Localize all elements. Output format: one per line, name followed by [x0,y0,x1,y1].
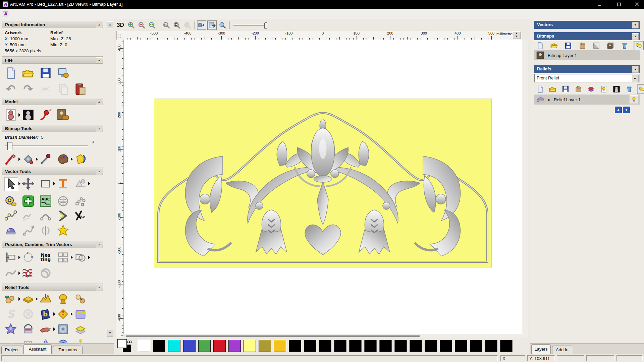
merge-relief-button[interactable] [573,84,583,94]
vectors-collapse-button[interactable]: ▼ [632,22,639,28]
relief-layer-stack-tool[interactable] [72,322,90,337]
relief-from-image-tool[interactable]: b [38,307,55,321]
relief-select-dropdown[interactable]: Front Relief [534,74,640,82]
horizontal-scrollbar[interactable] [123,334,522,338]
zoom-slider[interactable] [232,21,269,29]
zoom-out-button[interactable] [137,20,146,30]
redo-tool[interactable]: ↷ [20,82,38,97]
select-vectors-button[interactable] [4,177,18,191]
save-model-tool[interactable] [38,66,55,80]
colour-swatch-15[interactable] [364,340,377,352]
wrap-relief-button[interactable] [74,307,87,321]
dome-relief-tool[interactable] [55,337,72,343]
arch-relief-tool[interactable] [20,322,38,337]
collapse-button[interactable]: ▲ [96,285,102,291]
minimize-button[interactable] [594,1,605,8]
brush-slider-track[interactable] [5,145,88,146]
basket-weave-button[interactable] [21,338,35,343]
colour-swatch-2[interactable] [168,340,180,352]
reliefs-header[interactable]: Reliefs ▲ [534,65,640,73]
collapse-button[interactable]: ▲ [96,99,102,105]
colour-swatch-11[interactable] [304,340,316,352]
interlock-vectors-button[interactable] [39,266,52,280]
move-layer-up-button[interactable]: ▲ [615,107,622,113]
fit-vectors-tool[interactable] [20,266,38,281]
new-bitmap-button[interactable] [535,41,545,50]
colour-swatch-3[interactable] [183,340,196,352]
flyout-arrow-icon[interactable] [88,256,90,259]
lighting-button[interactable] [39,108,52,122]
cut-button[interactable]: ✂ [39,82,52,96]
red-tool-button[interactable] [4,338,17,343]
add-plane-tool[interactable] [20,292,38,306]
zoom-object-button[interactable] [182,20,192,30]
turn-relief-button[interactable] [39,322,52,336]
bitmaps-header[interactable]: Bitmaps ▲ [534,32,640,40]
section-header-model[interactable]: Model▲ [2,98,103,105]
weld-vectors-tool[interactable] [72,250,90,265]
colour-swatch-4[interactable] [198,340,211,352]
star-relief-button[interactable] [4,322,17,336]
open-model-button[interactable] [21,66,35,80]
toggle-preview-button[interactable] [207,20,217,30]
redo-button[interactable]: ↷ [21,82,35,96]
panel-scroll-up[interactable]: ▲ [107,21,113,28]
relief-layer-row[interactable]: + ► Relief Layer 1 [534,95,640,105]
section-header-position-combine-trim-vectors[interactable]: Position, Combine, Trim Vectors▲ [2,241,103,248]
undo-button[interactable]: ↶ [4,82,17,96]
tab-layers[interactable]: Layers [531,344,551,354]
bitmap-to-vector-button[interactable] [74,153,87,166]
colour-swatch-16[interactable] [379,340,392,352]
colour-palette-tool[interactable] [55,152,72,167]
colour-swatch-13[interactable] [334,340,346,352]
dome-relief-button[interactable] [56,338,70,343]
zoom-previous-button[interactable] [147,20,157,30]
text-on-curve-tool[interactable]: etx [20,250,38,265]
section-header-bitmap-tools[interactable]: Bitmap Tools▲ [2,125,103,132]
collapse-button[interactable]: ▲ [96,242,102,248]
create-text-button[interactable]: T [56,177,70,190]
view-3d-button[interactable]: 3D [115,22,125,28]
document-icon[interactable]: A [3,11,8,16]
trim-vectors-tool[interactable]: ✂ [72,208,90,223]
flood-fill-tool[interactable] [20,152,38,167]
colour-swatch-14[interactable] [349,340,362,352]
colour-swatch-6[interactable] [228,340,241,352]
vector-library-button[interactable]: ABC [39,194,52,208]
maximize-button[interactable] [613,1,625,8]
save-model-button[interactable] [39,66,52,80]
move-layer-down-button[interactable]: ▼ [623,107,630,113]
section-header-file[interactable]: File▲ [2,56,103,64]
bitmaps-collapse-button[interactable]: ▲ [632,33,639,40]
colour-swatch-0[interactable] [138,340,150,352]
vector-library-tool[interactable]: ABC [38,194,55,208]
collapse-button[interactable]: ▲ [96,126,102,132]
vectors-header[interactable]: Vectors ▼ [534,21,640,29]
select-vectors-tool[interactable] [3,176,20,191]
colour-swatch-22[interactable] [470,340,482,352]
nesting-button[interactable]: Nesting [39,251,52,264]
turn-relief-tool[interactable] [38,322,55,337]
cut-tool[interactable]: ✂ [38,82,55,97]
bitmap-to-vector-tool[interactable] [72,152,90,167]
red-tool-tool[interactable] [3,337,20,343]
tape-measure-tool[interactable] [3,194,20,208]
trim-vectors-button[interactable]: ✂ [74,209,87,223]
scale-relief-button[interactable] [39,292,52,306]
join-vectors-button[interactable] [4,266,17,280]
colour-swatch-1[interactable] [153,340,165,352]
new-model-tool[interactable] [3,66,20,80]
text-on-curve-button[interactable]: etx [21,251,35,264]
toggle-snap-button[interactable] [197,20,206,30]
add-plane-button[interactable] [21,292,35,306]
primary-colour[interactable] [117,339,127,348]
relief-from-image-button[interactable]: b [39,307,52,321]
star-shape-tool[interactable] [55,223,72,238]
wrap-relief-tool[interactable] [72,307,90,321]
zoom-in-button[interactable] [126,20,136,30]
tape-measure-button[interactable] [4,194,17,208]
colour-swatch-10[interactable] [289,340,301,352]
create-polyline-button[interactable] [4,209,17,223]
polyline-chevron-tool[interactable] [55,208,72,223]
colour-swatch-20[interactable] [440,340,452,352]
